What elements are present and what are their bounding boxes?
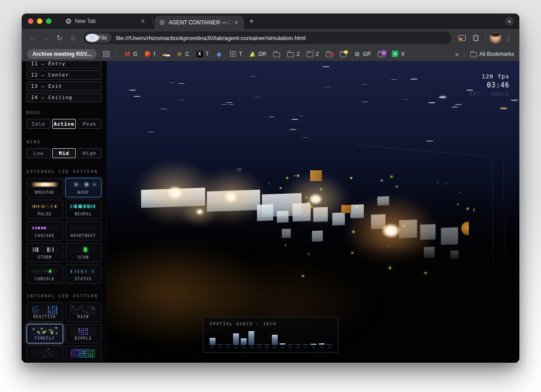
segment-idle[interactable]: Idle <box>27 119 50 129</box>
all-bookmarks-button[interactable]: All Bookmarks <box>470 50 514 58</box>
bookmark-pill[interactable]: Archive meeting RSV... <box>27 49 96 59</box>
close-window-button[interactable] <box>28 18 33 24</box>
bookmark-item[interactable]: ⚙GP <box>353 50 371 58</box>
bookmark-label: f <box>154 51 155 57</box>
bookmark-item[interactable]: 2 <box>306 50 319 58</box>
gem-icon: ◆ <box>215 50 223 58</box>
pattern-tile-breathe[interactable]: BREATHE <box>27 178 63 197</box>
audio-channel-l1: L1 <box>210 329 215 349</box>
audio-channel-r1: R1 <box>257 329 262 349</box>
bookmark-item[interactable]: ☁☁ <box>162 50 169 58</box>
io-button-i1[interactable]: I1 — Entry <box>27 61 101 68</box>
pattern-preview <box>31 327 59 337</box>
burst-icon: ✳ <box>176 50 183 58</box>
tab-close-icon[interactable]: ✕ <box>140 18 146 24</box>
fps-counter: 120 fps <box>470 73 509 80</box>
pattern-preview <box>70 348 97 358</box>
pattern-tile-cascade[interactable]: CASCADE <box>27 221 63 241</box>
zoom-window-button[interactable] <box>46 18 51 24</box>
external-led-section-label: EXTERNAL LED PATTERN <box>27 169 101 174</box>
folder-purple-icon: C <box>377 50 385 58</box>
pattern-preview <box>31 268 59 274</box>
url-bar[interactable]: i File file:///Users/rhizomacbookproreti… <box>84 32 451 44</box>
bookmark-item[interactable]: XT <box>196 50 209 58</box>
pattern-tile-console[interactable]: CONSOLE <box>27 264 63 284</box>
pattern-tile-heartbeat[interactable]: HEARTBEAT <box>65 221 102 241</box>
io-button-i2[interactable]: I2 — Center <box>27 70 101 80</box>
pattern-label: HEARTBEAT <box>70 234 96 238</box>
pattern-label: NEURAL <box>75 212 92 216</box>
bookmark-item[interactable] <box>339 50 347 58</box>
bookmark-label: C <box>185 51 189 57</box>
pattern-preview <box>31 246 59 253</box>
bookmark-label: DR <box>258 51 266 57</box>
bookmark-label: 2 <box>297 51 300 57</box>
segment-active[interactable]: Active <box>52 119 76 129</box>
bookmarks-overflow-chevron[interactable]: » <box>455 50 459 58</box>
tab-new-tab[interactable]: New Tab ✕ <box>61 14 151 29</box>
pattern-tile-ripple[interactable]: RIPPLE <box>65 324 102 343</box>
bookmark-item[interactable] <box>273 50 280 58</box>
pattern-tile-wave[interactable]: WAVE <box>65 178 102 197</box>
external-pattern-grid: BREATHEWAVEPULSENEURALCASCADEHEARTBEATST… <box>27 178 101 284</box>
bookmark-item[interactable]: MG <box>124 50 137 58</box>
apps-grid-icon[interactable] <box>103 51 110 57</box>
tab-search-chevron-icon[interactable]: ▾ <box>505 17 514 26</box>
extensions-puzzle-icon[interactable] <box>469 32 482 44</box>
pattern-tile-firefly[interactable]: FIREFLY <box>27 324 63 343</box>
bookmark-item[interactable]: 2 <box>287 50 300 58</box>
bookmark-item[interactable]: +X <box>391 50 404 58</box>
bookmark-item[interactable]: T <box>229 50 242 58</box>
pattern-tile-reactive[interactable]: REACTIVE <box>27 302 63 322</box>
bookmark-item[interactable]: ◆ <box>215 50 223 58</box>
control-sidebar: I1 — EntryI2 — CenterI3 — ExitI4 — Ceili… <box>22 61 107 363</box>
forward-icon[interactable]: → <box>40 32 52 44</box>
pattern-preview <box>31 305 59 315</box>
segment-low[interactable]: Low <box>27 148 50 158</box>
folder-pin-icon <box>306 50 313 58</box>
drive-icon <box>249 50 256 58</box>
segment-peak[interactable]: Peak <box>78 119 101 129</box>
tab-agent-container[interactable]: AGENT CONTAINER — 3D Sim ✕ <box>155 16 244 29</box>
simulation-viewport[interactable]: 120 fps 03:46 EXT — ANGLE T2 F SPATIAL A… <box>107 61 519 363</box>
audio-panel-title: SPATIAL AUDIO — 16CH <box>210 322 338 326</box>
back-icon[interactable]: ← <box>26 32 39 44</box>
url-text[interactable]: file:///Users/rhizomacbookproretina30/la… <box>116 35 449 41</box>
reload-icon[interactable]: ↻ <box>53 32 66 44</box>
bookmark-item[interactable]: ✳C <box>176 50 189 58</box>
bookmark-item[interactable]: f <box>144 50 155 58</box>
audio-channel-r4: R4 <box>280 329 285 349</box>
pattern-tile-neural[interactable]: NEURAL <box>65 200 102 219</box>
side-panel-icon[interactable] <box>456 32 468 44</box>
audio-channel-r5: R5 <box>288 329 293 349</box>
minimize-window-button[interactable] <box>37 18 42 24</box>
segment-mid[interactable]: Mid <box>52 148 76 158</box>
io-button-i4[interactable]: I4 — Ceiling <box>27 93 101 102</box>
scene-marker-f: F <box>473 208 475 213</box>
tab-close-icon[interactable]: ✕ <box>233 19 239 26</box>
pattern-tile-scan[interactable]: SCAN <box>65 243 102 262</box>
bookmark-item[interactable] <box>326 50 333 58</box>
x-logo-icon: X <box>196 50 203 58</box>
pattern-tile-sparse[interactable] <box>27 346 63 363</box>
audio-channel-r2: R2 <box>264 329 270 349</box>
segment-high[interactable]: High <box>78 148 101 158</box>
io-button-list: I1 — EntryI2 — CenterI3 — ExitI4 — Ceili… <box>27 61 101 102</box>
menu-kebab-icon[interactable]: ⋮ <box>502 32 515 44</box>
folder-emoji-icon <box>339 50 347 58</box>
pattern-tile-storm[interactable]: STORM <box>27 243 63 262</box>
tab-separator <box>152 18 153 25</box>
bookmark-item[interactable]: DR <box>249 50 266 58</box>
new-tab-button[interactable]: + <box>244 17 259 26</box>
io-button-i3[interactable]: I3 — Exit <box>27 82 101 91</box>
home-icon[interactable]: ⌂ <box>67 32 79 44</box>
pattern-tile-matrix[interactable] <box>65 346 102 363</box>
profile-avatar[interactable] <box>490 32 501 44</box>
bookmark-label: 2 <box>316 51 319 57</box>
pattern-tile-status[interactable]: STATUS <box>65 264 102 284</box>
folder-icon <box>273 50 280 58</box>
bookmark-item[interactable]: C <box>377 50 385 58</box>
bookmark-label: T <box>239 51 242 57</box>
pattern-tile-pulse[interactable]: PULSE <box>27 200 63 219</box>
pattern-tile-rain[interactable]: RAIN <box>65 302 102 322</box>
